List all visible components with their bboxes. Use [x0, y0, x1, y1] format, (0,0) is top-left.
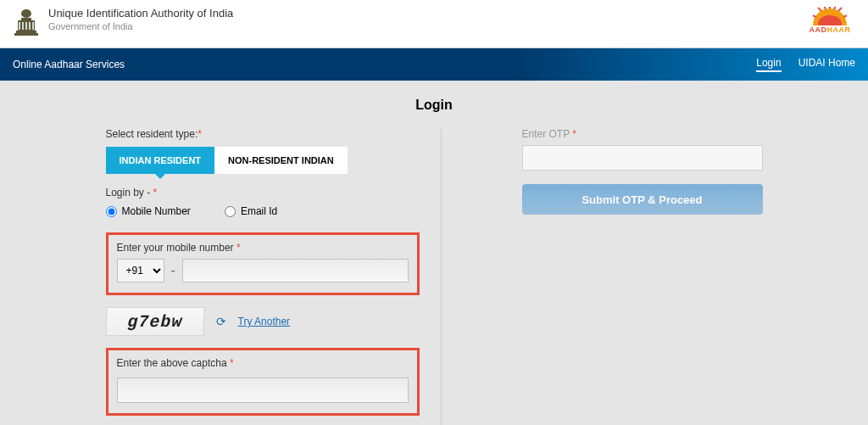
aadhaar-logo: AADHAAR: [804, 7, 855, 41]
nav-links: Login UIDAI Home: [756, 57, 855, 72]
sun-icon: [813, 7, 847, 25]
otp-label: Enter OTP *: [522, 128, 763, 140]
radio-email[interactable]: Email Id: [225, 205, 277, 217]
header-text: Unique Identification Authority of India…: [48, 7, 233, 31]
phone-row: +91 -: [117, 259, 409, 282]
otp-input[interactable]: [522, 145, 763, 171]
main: Login Select resident type:* INDIAN RESI…: [0, 81, 868, 425]
refresh-icon[interactable]: ⟳: [216, 315, 226, 328]
login-by-radio-group: Mobile Number Email Id: [106, 205, 420, 217]
radio-mobile-input[interactable]: [106, 206, 117, 217]
nav-service-title: Online Aadhaar Services: [13, 59, 125, 70]
resident-type-tabs: INDIAN RESIDENT NON-RESIDENT INDIAN: [106, 147, 420, 174]
phone-dash: -: [171, 263, 175, 278]
org-title: Unique Identification Authority of India: [48, 7, 233, 20]
radio-mobile[interactable]: Mobile Number: [106, 205, 191, 217]
svg-line-8: [813, 15, 816, 17]
svg-rect-1: [21, 18, 31, 20]
try-another-link[interactable]: Try Another: [238, 316, 291, 327]
svg-line-9: [843, 15, 847, 17]
mobile-field-box: Enter your mobile number * +91 -: [106, 232, 420, 295]
page-title: Login: [0, 98, 868, 113]
captcha-field-label: Enter the above captcha *: [117, 357, 409, 369]
captcha-field-box: Enter the above captcha *: [106, 348, 420, 416]
otp-column: Enter OTP * Submit OTP & Proceed: [441, 128, 763, 425]
svg-line-10: [824, 7, 826, 9]
svg-point-0: [21, 9, 31, 18]
tab-nri[interactable]: NON-RESIDENT INDIAN: [214, 147, 348, 174]
login-by-label: Login by - *: [106, 187, 420, 199]
svg-line-7: [838, 8, 842, 11]
captcha-row: g7ebw ⟳ Try Another: [106, 307, 420, 336]
svg-line-6: [818, 8, 821, 11]
login-form-column: Select resident type:* INDIAN RESIDENT N…: [106, 128, 441, 425]
tab-indian-resident[interactable]: INDIAN RESIDENT: [106, 147, 215, 174]
country-code-select[interactable]: +91: [117, 259, 164, 282]
svg-rect-3: [16, 31, 36, 33]
columns: Select resident type:* INDIAN RESIDENT N…: [53, 128, 815, 425]
aadhaar-logo-text: AADHAAR: [804, 25, 855, 34]
submit-otp-button[interactable]: Submit OTP & Proceed: [522, 184, 763, 215]
mobile-field-label: Enter your mobile number *: [117, 242, 409, 254]
header: Unique Identification Authority of India…: [0, 0, 868, 48]
navbar: Online Aadhaar Services Login UIDAI Home: [0, 48, 868, 81]
nav-login-link[interactable]: Login: [756, 57, 781, 72]
resident-type-label: Select resident type:*: [106, 128, 420, 140]
captcha-input[interactable]: [117, 377, 409, 403]
svg-line-11: [834, 7, 836, 9]
gov-text: Government of India: [48, 21, 233, 31]
svg-rect-4: [14, 33, 38, 36]
radio-email-input[interactable]: [225, 206, 236, 217]
emblem-icon: [13, 7, 40, 39]
header-left: Unique Identification Authority of India…: [13, 7, 233, 39]
nav-home-link[interactable]: UIDAI Home: [798, 57, 855, 72]
captcha-image: g7ebw: [105, 307, 204, 336]
mobile-number-input[interactable]: [182, 259, 409, 282]
